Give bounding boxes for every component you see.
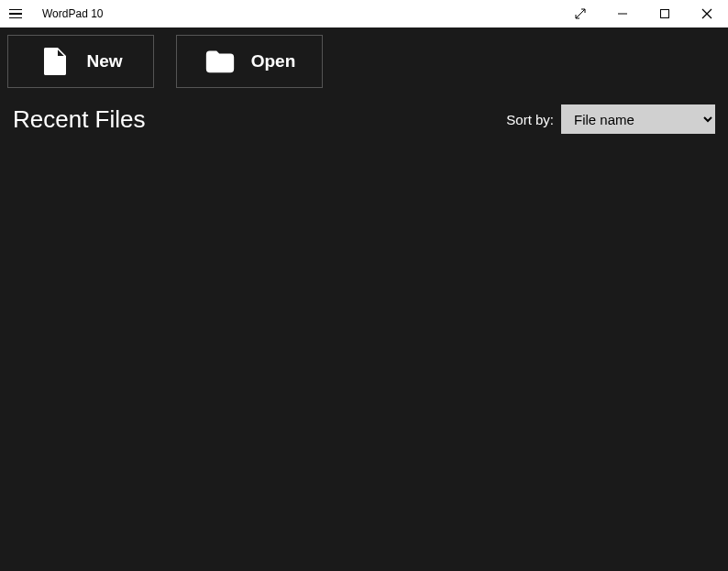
app-title: WordPad 10 (42, 7, 104, 20)
sort-by-select[interactable]: File name (561, 104, 715, 134)
recent-files-header-row: Recent Files Sort by: File name (7, 104, 721, 134)
main-content: New Open Recent Files Sort by: File name (0, 27, 728, 571)
file-icon (39, 45, 72, 78)
new-button[interactable]: New (7, 35, 154, 88)
hamburger-menu-icon[interactable] (9, 6, 24, 21)
sort-group: Sort by: File name (506, 104, 715, 134)
open-label: Open (251, 51, 296, 71)
new-label: New (86, 51, 122, 71)
maximize-icon[interactable] (644, 0, 686, 27)
title-bar: WordPad 10 (0, 0, 728, 27)
minimize-icon[interactable] (601, 0, 644, 27)
folder-icon (204, 45, 237, 78)
window-controls (559, 0, 728, 27)
expand-icon[interactable] (559, 0, 601, 27)
title-bar-left: WordPad 10 (9, 6, 104, 21)
sort-by-label: Sort by: (506, 112, 554, 127)
action-buttons-row: New Open (7, 35, 721, 88)
recent-files-heading: Recent Files (13, 105, 146, 134)
open-button[interactable]: Open (176, 35, 323, 88)
close-icon[interactable] (686, 0, 728, 27)
svg-rect-1 (661, 10, 669, 18)
